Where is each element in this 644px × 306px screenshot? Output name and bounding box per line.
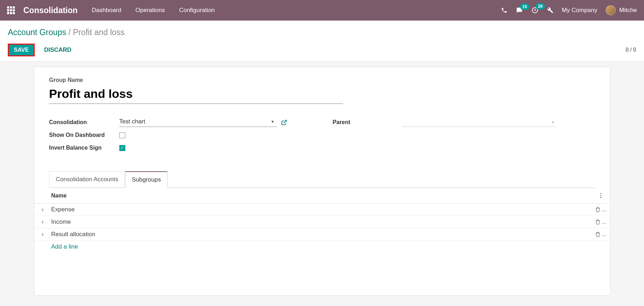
table-row[interactable]: ▲▼ Result allocation ... [34,228,610,241]
row-more: ... [601,218,606,226]
menu-dashboard[interactable]: Dashboard [92,7,121,14]
col-name: Name [51,193,67,199]
row-more: ... [601,206,606,213]
messages-badge: 15 [520,4,529,10]
discard-button[interactable]: DISCARD [44,46,71,54]
messages-icon[interactable]: 15 [516,7,523,13]
invert-sign-label: Invert Balance Sign [49,145,119,151]
tab-subgroups[interactable]: Subgroups [125,171,167,188]
avatar[interactable] [606,5,616,15]
add-line-row: Add a line [34,241,610,253]
trash-icon[interactable] [595,232,600,237]
columns-menu-icon[interactable]: ⋮ [595,191,606,200]
consolidation-field[interactable]: ▼ [119,118,277,127]
drag-handle-icon[interactable]: ▲▼ [39,208,47,211]
row-more: ... [601,231,606,238]
user-menu[interactable]: Mitche [619,7,637,14]
systray: 15 29 My Company Mitche [501,5,637,15]
row-name: Income [51,218,595,226]
menu-operations[interactable]: Operations [136,7,165,14]
breadcrumb: Account Groups / Profit and loss [8,28,636,37]
chevron-down-icon[interactable]: ▼ [551,120,555,124]
table-header: Name ⋮ [34,188,610,204]
breadcrumb-current: Profit and loss [73,28,125,37]
pager-sep: / [630,47,632,53]
table-row[interactable]: ▲▼ Expense ... [34,204,610,216]
app-title: Consolidation [23,6,78,15]
form-sheet: Group Name Consolidation ▼ Show On Dashb… [34,67,610,296]
tools-icon[interactable] [547,7,553,13]
trash-icon[interactable] [595,219,600,225]
drag-handle-icon[interactable]: ▲▼ [39,233,47,236]
row-name: Result allocation [51,231,595,238]
chevron-down-icon[interactable]: ▼ [269,119,277,124]
apps-launcher-icon[interactable] [7,6,15,14]
breadcrumb-parent[interactable]: Account Groups [8,28,66,37]
activities-badge: 29 [536,3,545,10]
parent-label: Parent [333,119,402,126]
save-button[interactable]: SAVE [8,44,35,56]
menu-configuration[interactable]: Configuration [179,7,215,14]
activities-icon[interactable]: 29 [531,7,538,14]
add-line-link[interactable]: Add a line [51,243,78,250]
trash-icon[interactable] [595,207,600,212]
breadcrumb-sep: / [68,28,70,37]
phone-icon[interactable] [501,7,507,13]
top-navbar: Consolidation Dashboard Operations Confi… [0,0,644,21]
pager-total: 9 [633,47,636,53]
pager-current: 8 [626,47,629,53]
table-row[interactable]: ▲▼ Income ... [34,216,610,228]
consolidation-input[interactable] [119,118,269,125]
group-name-input[interactable] [49,85,343,104]
parent-input[interactable] [402,118,556,127]
control-panel: Account Groups / Profit and loss SAVE DI… [0,21,644,62]
tab-consolidation-accounts[interactable]: Consolidation Accounts [49,171,125,188]
consolidation-label: Consolidation [49,119,119,126]
drag-handle-icon[interactable]: ▲▼ [39,220,47,224]
invert-sign-checkbox[interactable]: ✓ [119,145,125,151]
external-link-icon[interactable] [281,119,287,126]
group-name-label: Group Name [49,77,595,83]
subgroups-table: Name ⋮ ▲▼ Expense ... ▲▼ Income ... [34,188,610,253]
company-selector[interactable]: My Company [562,7,597,14]
show-dashboard-label: Show On Dashboard [49,132,119,138]
show-dashboard-checkbox[interactable] [119,132,125,138]
main-menu: Dashboard Operations Configuration [92,7,501,14]
row-name: Expense [51,206,595,213]
pager[interactable]: 8 / 9 [626,47,636,53]
tabs: Consolidation Accounts Subgroups [49,171,595,188]
